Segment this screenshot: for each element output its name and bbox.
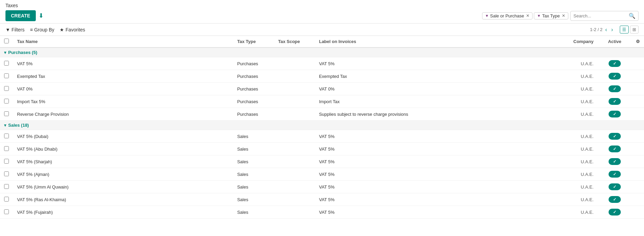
header-active: Active <box>598 36 632 47</box>
row-company: U.A.E. <box>557 155 598 168</box>
row-active-toggle[interactable] <box>609 183 621 190</box>
remove-tax-type-filter[interactable]: ✕ <box>562 13 565 18</box>
pagination-range: 1-2 / 2 <box>590 27 602 32</box>
table-row[interactable]: VAT 0% Purchases VAT 0% U.A.E. <box>0 83 644 95</box>
row-tax-name[interactable]: VAT 5% (Umm Al Quwain) <box>13 181 233 193</box>
group-row-sales[interactable]: ▾ Sales (18) <box>0 121 644 130</box>
row-active-toggle[interactable] <box>609 60 621 67</box>
row-tax-type: Sales <box>233 193 274 206</box>
row-checkbox[interactable] <box>4 111 9 116</box>
table-row[interactable]: Exempted Tax Purchases Exempted Tax U.A.… <box>0 70 644 83</box>
table-container: Tax Name Tax Type Tax Scope Label on Inv… <box>0 36 644 219</box>
pagination-prev[interactable]: ‹ <box>604 26 608 33</box>
row-checkbox[interactable] <box>4 99 9 103</box>
row-active-cell <box>598 155 632 168</box>
search-input[interactable] <box>573 13 629 18</box>
row-checkbox[interactable] <box>4 159 9 164</box>
row-checkbox-cell <box>0 193 13 206</box>
row-active-toggle[interactable] <box>609 158 621 165</box>
table-row[interactable]: VAT 5% (Ajman) Sales VAT 5% U.A.E. <box>0 168 644 181</box>
row-tax-name[interactable]: VAT 5% (Ajman) <box>13 168 233 181</box>
table-row[interactable]: Reverse Charge Provision Purchases Suppl… <box>0 108 644 121</box>
row-checkbox[interactable] <box>4 171 9 176</box>
row-tax-name[interactable]: Import Tax 5% <box>13 95 233 108</box>
row-active-cell <box>598 95 632 108</box>
row-tax-name[interactable]: VAT 0% <box>13 83 233 95</box>
row-tax-name[interactable]: VAT 5% (Ras Al-Khaima) <box>13 193 233 206</box>
row-active-toggle[interactable] <box>609 196 621 203</box>
download-icon[interactable]: ⬇ <box>39 12 44 19</box>
group-by-button[interactable]: ≡ Group By <box>30 27 54 32</box>
row-checkbox[interactable] <box>4 73 9 78</box>
filters-button[interactable]: ▼ Filters <box>5 27 25 32</box>
row-tax-name[interactable]: VAT 5% (Sharjah) <box>13 155 233 168</box>
row-active-toggle[interactable] <box>609 133 621 140</box>
row-active-toggle[interactable] <box>609 171 621 178</box>
filter-chip-tax-type[interactable]: ▼ Tax Type ✕ <box>534 12 568 19</box>
table-row[interactable]: Import Tax 5% Purchases Import Tax U.A.E… <box>0 95 644 108</box>
row-checkbox[interactable] <box>4 209 9 214</box>
row-checkbox[interactable] <box>4 134 9 138</box>
row-company: U.A.E. <box>557 108 598 121</box>
row-checkbox-cell <box>0 57 13 70</box>
row-active-toggle[interactable] <box>609 73 621 80</box>
row-actions-cell <box>632 57 644 70</box>
filter-chips: ▼ Sale or Purchase ✕ ▼ Tax Type ✕ <box>482 12 568 19</box>
row-active-cell <box>598 57 632 70</box>
create-button[interactable]: CREATE <box>5 10 36 21</box>
row-active-cell <box>598 130 632 143</box>
favorites-icon: ★ <box>60 27 64 32</box>
row-checkbox[interactable] <box>4 146 9 151</box>
row-active-toggle[interactable] <box>609 209 621 216</box>
row-tax-type: Sales <box>233 168 274 181</box>
table-row[interactable]: VAT 5% (Ras Al-Khaima) Sales VAT 5% U.A.… <box>0 193 644 206</box>
group-chevron-purchases: ▾ <box>4 50 6 55</box>
group-label-cell: ▾ Sales (18) <box>0 121 644 130</box>
group-row-purchases[interactable]: ▾ Purchases (5) <box>0 47 644 57</box>
row-checkbox[interactable] <box>4 61 9 66</box>
kanban-view-button[interactable]: ⊞ <box>630 26 639 33</box>
search-box[interactable]: 🔍 <box>570 11 639 21</box>
row-tax-name[interactable]: VAT 5% (Dubai) <box>13 130 233 143</box>
row-company: U.A.E. <box>557 143 598 155</box>
action-bar: ▼ Filters ≡ Group By ★ Favorites 1-2 / 2… <box>0 24 644 36</box>
row-tax-scope <box>274 57 315 70</box>
search-button[interactable]: 🔍 <box>629 13 635 19</box>
favorites-button[interactable]: ★ Favorites <box>60 27 85 32</box>
settings-icon[interactable]: ⚙ <box>636 39 640 44</box>
table-row[interactable]: VAT 5% (Fujairah) Sales VAT 5% U.A.E. <box>0 206 644 219</box>
table-row[interactable]: VAT 5% Purchases VAT 5% U.A.E. <box>0 57 644 70</box>
row-checkbox[interactable] <box>4 197 9 202</box>
table-row[interactable]: VAT 5% (Umm Al Quwain) Sales VAT 5% U.A.… <box>0 181 644 193</box>
row-tax-name[interactable]: Exempted Tax <box>13 70 233 83</box>
pagination-next[interactable]: › <box>610 26 614 33</box>
row-actions-cell <box>632 155 644 168</box>
row-label: VAT 5% <box>315 130 557 143</box>
row-tax-name[interactable]: VAT 5% (Abu Dhabi) <box>13 143 233 155</box>
filter-chip-sale-or-purchase[interactable]: ▼ Sale or Purchase ✕ <box>482 12 533 19</box>
row-active-toggle[interactable] <box>609 145 621 152</box>
row-actions-cell <box>632 70 644 83</box>
row-tax-type: Sales <box>233 155 274 168</box>
row-checkbox[interactable] <box>4 184 9 189</box>
remove-sale-or-purchase-filter[interactable]: ✕ <box>526 13 529 18</box>
row-checkbox[interactable] <box>4 86 9 91</box>
table-row[interactable]: VAT 5% (Dubai) Sales VAT 5% U.A.E. <box>0 130 644 143</box>
select-all-checkbox[interactable] <box>4 39 9 43</box>
row-active-toggle[interactable] <box>609 85 621 92</box>
list-view-button[interactable]: ☰ <box>620 26 629 33</box>
row-active-toggle[interactable] <box>609 98 621 105</box>
filters-label: Filters <box>12 27 25 32</box>
row-company: U.A.E. <box>557 83 598 95</box>
row-tax-scope <box>274 168 315 181</box>
row-label: VAT 5% <box>315 143 557 155</box>
row-tax-name[interactable]: Reverse Charge Provision <box>13 108 233 121</box>
row-checkbox-cell <box>0 70 13 83</box>
table-row[interactable]: VAT 5% (Abu Dhabi) Sales VAT 5% U.A.E. <box>0 143 644 155</box>
row-label: VAT 5% <box>315 206 557 219</box>
row-tax-name[interactable]: VAT 5% <box>13 57 233 70</box>
row-tax-name[interactable]: VAT 5% (Fujairah) <box>13 206 233 219</box>
row-checkbox-cell <box>0 168 13 181</box>
table-row[interactable]: VAT 5% (Sharjah) Sales VAT 5% U.A.E. <box>0 155 644 168</box>
row-active-toggle[interactable] <box>609 111 621 117</box>
